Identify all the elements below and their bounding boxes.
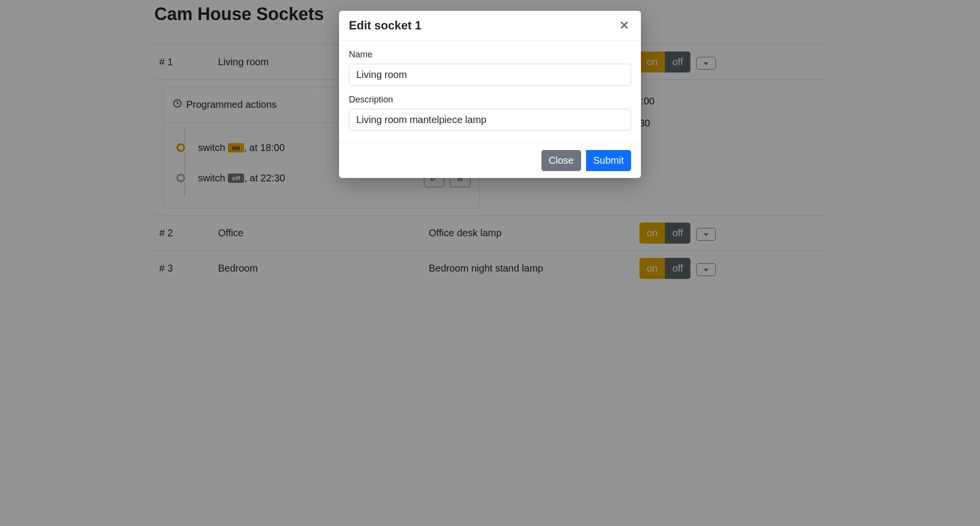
modal-title: Edit socket 1 <box>349 19 421 32</box>
description-input[interactable] <box>349 109 631 131</box>
modal-submit-button[interactable]: Submit <box>586 150 631 171</box>
close-icon: ✕ <box>619 19 629 32</box>
modal-close-button[interactable]: ✕ <box>617 20 631 31</box>
edit-socket-modal: Edit socket 1 ✕ Name Description Close S… <box>339 11 641 178</box>
description-label: Description <box>349 95 631 105</box>
modal-close-footer-button[interactable]: Close <box>541 150 581 171</box>
name-input[interactable] <box>349 64 631 86</box>
name-label: Name <box>349 50 631 60</box>
